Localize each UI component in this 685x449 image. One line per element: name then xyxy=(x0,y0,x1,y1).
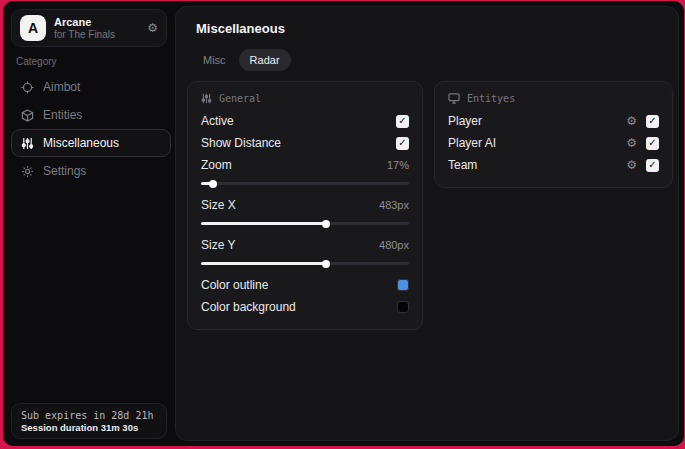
color-background-swatch[interactable] xyxy=(397,301,409,313)
setting-row-color-background: Color background xyxy=(201,296,409,318)
entity-label: Player AI xyxy=(448,136,496,150)
show-distance-checkbox[interactable]: ✓ xyxy=(396,137,409,150)
size-x-slider-thumb[interactable] xyxy=(322,220,330,228)
entity-label: Team xyxy=(448,158,477,172)
sidebar: A Arcane for The Finals ⚙ Category Aimbo… xyxy=(3,1,175,446)
entities-card-header: Entityes xyxy=(448,93,659,104)
entities-card-title: Entityes xyxy=(467,93,515,104)
sidebar-item-label: Aimbot xyxy=(43,80,80,94)
gear-icon xyxy=(20,164,34,178)
setting-label: Zoom xyxy=(201,158,232,172)
player-ai-checkbox[interactable]: ✓ xyxy=(646,137,659,150)
general-card-title: General xyxy=(219,93,261,104)
zoom-value: 17% xyxy=(387,159,409,171)
sidebar-item-label: Settings xyxy=(43,164,86,178)
entity-row-team: Team ⚙ ✓ xyxy=(448,154,659,176)
sidebar-item-label: Miscellaneous xyxy=(43,136,119,150)
size-x-value: 483px xyxy=(379,199,409,211)
setting-row-size-x: Size X 483px xyxy=(201,194,409,216)
team-gear-icon[interactable]: ⚙ xyxy=(626,159,637,171)
check-icon: ✓ xyxy=(398,116,406,126)
active-checkbox[interactable]: ✓ xyxy=(396,115,409,128)
general-card: General Active ✓ Show Distance ✓ Zoom 17… xyxy=(187,81,423,330)
page-title: Miscellaneous xyxy=(196,21,285,36)
app-logo: A xyxy=(20,15,46,41)
entities-card: Entityes Player ⚙ ✓ Player AI ⚙ ✓ xyxy=(434,81,673,188)
category-label: Category xyxy=(16,56,57,67)
sidebar-item-aimbot[interactable]: Aimbot xyxy=(11,73,171,101)
setting-row-show-distance: Show Distance ✓ xyxy=(201,132,409,154)
color-outline-swatch[interactable] xyxy=(397,279,409,291)
size-y-slider-thumb[interactable] xyxy=(322,260,330,268)
app-header-card: A Arcane for The Finals ⚙ xyxy=(11,9,167,47)
sub-expires-text: Sub expires in 28d 21h xyxy=(21,409,157,422)
tab-misc[interactable]: Misc xyxy=(192,49,237,71)
tab-radar[interactable]: Radar xyxy=(239,49,291,71)
setting-row-zoom: Zoom 17% xyxy=(201,154,409,176)
zoom-slider[interactable] xyxy=(201,182,409,185)
session-duration-text: Session duration 31m 30s xyxy=(21,422,157,434)
check-icon: ✓ xyxy=(648,160,656,170)
setting-label: Show Distance xyxy=(201,136,281,150)
check-icon: ✓ xyxy=(648,116,656,126)
tab-bar: Misc Radar xyxy=(192,49,291,71)
sliders-icon xyxy=(201,93,212,104)
cube-icon xyxy=(20,108,34,122)
player-ai-gear-icon[interactable]: ⚙ xyxy=(626,137,637,149)
sidebar-item-entities[interactable]: Entities xyxy=(11,101,171,129)
entity-label: Player xyxy=(448,114,482,128)
setting-row-size-y: Size Y 480px xyxy=(201,234,409,256)
app-title: Arcane xyxy=(54,16,139,29)
setting-label: Active xyxy=(201,114,234,128)
setting-label: Size X xyxy=(201,198,236,212)
player-checkbox[interactable]: ✓ xyxy=(646,115,659,128)
sidebar-item-settings[interactable]: Settings xyxy=(11,157,171,185)
size-x-slider[interactable] xyxy=(201,222,409,225)
main-panel: Miscellaneous Misc Radar General Active … xyxy=(175,6,679,441)
setting-row-active: Active ✓ xyxy=(201,110,409,132)
subscription-card: Sub expires in 28d 21h Session duration … xyxy=(11,403,167,439)
check-icon: ✓ xyxy=(398,138,406,148)
setting-label: Size Y xyxy=(201,238,235,252)
crosshair-icon xyxy=(20,80,34,94)
app-window: A Arcane for The Finals ⚙ Category Aimbo… xyxy=(3,1,684,446)
setting-label: Color outline xyxy=(201,278,268,292)
sidebar-item-label: Entities xyxy=(43,108,82,122)
zoom-slider-thumb[interactable] xyxy=(209,180,217,188)
general-card-header: General xyxy=(201,93,409,104)
sidebar-item-miscellaneous[interactable]: Miscellaneous xyxy=(11,129,171,157)
setting-label: Color background xyxy=(201,300,296,314)
monitor-icon xyxy=(448,93,460,104)
check-icon: ✓ xyxy=(648,138,656,148)
setting-row-color-outline: Color outline xyxy=(201,274,409,296)
player-gear-icon[interactable]: ⚙ xyxy=(626,115,637,127)
size-y-slider[interactable] xyxy=(201,262,409,265)
sidebar-nav: Aimbot Entities Miscellaneous xyxy=(11,73,171,185)
app-subtitle: for The Finals xyxy=(54,29,139,41)
entity-row-player: Player ⚙ ✓ xyxy=(448,110,659,132)
settings-gear-icon[interactable]: ⚙ xyxy=(147,22,158,34)
entity-row-player-ai: Player AI ⚙ ✓ xyxy=(448,132,659,154)
team-checkbox[interactable]: ✓ xyxy=(646,159,659,172)
app-logo-letter: A xyxy=(28,20,38,36)
sliders-icon xyxy=(20,136,34,150)
app-meta: Arcane for The Finals xyxy=(54,16,139,41)
size-y-value: 480px xyxy=(379,239,409,251)
